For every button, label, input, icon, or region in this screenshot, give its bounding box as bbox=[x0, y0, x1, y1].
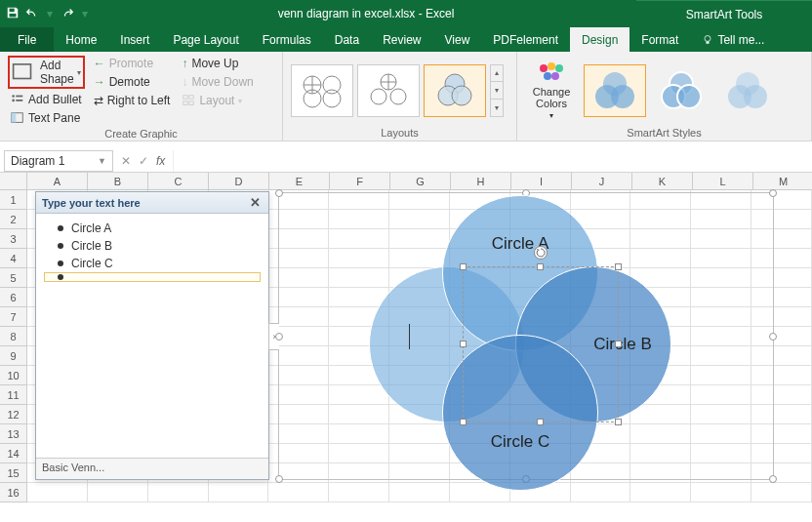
cancel-icon[interactable]: ✕ bbox=[121, 154, 131, 168]
col-header[interactable]: L bbox=[693, 173, 753, 190]
tab-pdfelement[interactable]: PDFelement bbox=[481, 27, 570, 52]
fx-icon[interactable]: fx bbox=[156, 154, 165, 168]
smartart-container[interactable]: › Circle A Circle B Circle C bbox=[278, 192, 774, 480]
tab-formulas[interactable]: Formulas bbox=[251, 27, 323, 52]
tab-tellme[interactable]: Tell me... bbox=[690, 27, 776, 52]
text-pane-item[interactable] bbox=[44, 272, 261, 282]
svg-point-30 bbox=[548, 62, 555, 70]
formula-input[interactable] bbox=[173, 150, 812, 172]
tab-file[interactable]: File bbox=[0, 27, 54, 52]
group-create-graphic: Add Shape ▾ Add Bullet Text Pane ←Promot… bbox=[0, 52, 283, 141]
tab-data[interactable]: Data bbox=[323, 27, 371, 52]
resize-handle[interactable] bbox=[615, 263, 622, 270]
select-all-corner[interactable] bbox=[0, 173, 27, 190]
rtl-icon: ⇄ bbox=[94, 94, 103, 107]
tab-page-layout[interactable]: Page Layout bbox=[161, 27, 250, 52]
row-header[interactable]: 4 bbox=[0, 249, 27, 268]
undo-icon[interactable] bbox=[25, 6, 39, 22]
text-pane-item[interactable]: Circle A bbox=[44, 220, 261, 237]
redo-icon[interactable] bbox=[61, 6, 74, 22]
tab-format[interactable]: Format bbox=[629, 27, 690, 52]
svg-point-23 bbox=[390, 89, 406, 104]
close-icon[interactable]: ✕ bbox=[247, 195, 263, 211]
col-header[interactable]: K bbox=[632, 173, 693, 190]
col-header[interactable]: I bbox=[511, 173, 572, 190]
resize-handle[interactable] bbox=[460, 419, 467, 425]
resize-handle[interactable] bbox=[460, 263, 467, 270]
text-pane-body[interactable]: Circle ACircle BCircle C bbox=[36, 214, 268, 458]
tab-review[interactable]: Review bbox=[371, 27, 432, 52]
style-thumb-3[interactable] bbox=[716, 64, 779, 117]
resize-handle[interactable] bbox=[769, 189, 777, 197]
move-up-button[interactable]: ↑Move Up bbox=[179, 56, 256, 71]
resize-handle[interactable] bbox=[769, 333, 777, 341]
text-pane-footer: Basic Venn... bbox=[36, 458, 268, 479]
resize-handle[interactable] bbox=[537, 419, 544, 425]
tab-home[interactable]: Home bbox=[54, 27, 108, 52]
resize-handle[interactable] bbox=[615, 341, 622, 347]
row-header[interactable]: 15 bbox=[0, 463, 27, 483]
text-pane-item-label: Circle C bbox=[71, 257, 113, 270]
save-icon[interactable] bbox=[6, 6, 20, 22]
row-header[interactable]: 16 bbox=[0, 483, 27, 502]
group-label-styles: SmartArt Styles bbox=[525, 125, 803, 139]
layout-thumb-3[interactable] bbox=[424, 64, 486, 117]
tab-design[interactable]: Design bbox=[570, 27, 629, 52]
name-box[interactable]: Diagram 1 ▼ bbox=[4, 150, 113, 172]
right-to-left-button[interactable]: ⇄Right to Left bbox=[91, 93, 174, 108]
demote-button[interactable]: →Demote bbox=[91, 74, 174, 90]
quick-access-toolbar: ▾ ▾ bbox=[0, 6, 96, 22]
layout-thumb-2[interactable] bbox=[357, 64, 420, 117]
layouts-gallery: ▴▾▾ bbox=[291, 64, 504, 117]
row-header[interactable]: 13 bbox=[0, 424, 27, 444]
resize-handle[interactable] bbox=[275, 333, 283, 341]
text-pane-item-label: Circle A bbox=[71, 221, 111, 235]
resize-handle[interactable] bbox=[460, 341, 467, 347]
tab-view[interactable]: View bbox=[433, 27, 482, 52]
row-header[interactable]: 14 bbox=[0, 444, 27, 463]
resize-handle[interactable] bbox=[537, 263, 544, 270]
style-thumb-1[interactable] bbox=[584, 64, 646, 117]
enter-icon[interactable]: ✓ bbox=[139, 154, 148, 168]
layout-thumb-1[interactable] bbox=[291, 64, 353, 117]
resize-handle[interactable] bbox=[275, 475, 283, 483]
resize-handle[interactable] bbox=[769, 475, 777, 483]
text-pane-item[interactable]: Circle B bbox=[44, 237, 261, 255]
row-header[interactable]: 10 bbox=[0, 366, 27, 385]
row-header[interactable]: 12 bbox=[0, 405, 27, 424]
col-header[interactable]: M bbox=[753, 173, 812, 190]
row-header[interactable]: 9 bbox=[0, 346, 27, 366]
row-header[interactable]: 7 bbox=[0, 307, 27, 327]
row-header[interactable]: 2 bbox=[0, 210, 27, 229]
row-header[interactable]: 5 bbox=[0, 268, 27, 288]
add-shape-button[interactable]: Add Shape ▾ bbox=[8, 56, 85, 89]
tab-insert[interactable]: Insert bbox=[108, 27, 161, 52]
row-header[interactable]: 3 bbox=[0, 229, 27, 249]
rotate-handle[interactable] bbox=[534, 246, 548, 260]
layouts-scroll[interactable]: ▴▾▾ bbox=[490, 64, 504, 117]
col-header[interactable]: C bbox=[148, 173, 209, 190]
text-pane-item[interactable]: Circle C bbox=[44, 255, 261, 272]
col-header[interactable]: J bbox=[572, 173, 632, 190]
text-pane-button[interactable]: Text Pane bbox=[8, 110, 85, 126]
col-header[interactable]: B bbox=[88, 173, 148, 190]
svg-point-16 bbox=[323, 76, 341, 94]
svg-point-2 bbox=[705, 35, 710, 41]
row-header[interactable]: 8 bbox=[0, 327, 27, 346]
col-header[interactable]: H bbox=[451, 173, 511, 190]
resize-handle[interactable] bbox=[615, 419, 622, 425]
col-header[interactable]: F bbox=[330, 173, 390, 190]
bullet-icon bbox=[58, 261, 63, 266]
col-header[interactable]: E bbox=[269, 173, 330, 190]
col-header[interactable]: A bbox=[27, 173, 88, 190]
add-bullet-button[interactable]: Add Bullet bbox=[8, 92, 85, 107]
resize-handle[interactable] bbox=[275, 189, 283, 197]
change-colors-button[interactable]: Change Colors▾ bbox=[525, 60, 578, 120]
style-thumb-2[interactable] bbox=[650, 64, 712, 117]
col-header[interactable]: G bbox=[390, 173, 451, 190]
col-header[interactable]: D bbox=[209, 173, 269, 190]
ribbon: Add Shape ▾ Add Bullet Text Pane ←Promot… bbox=[0, 52, 812, 141]
row-header[interactable]: 11 bbox=[0, 385, 27, 405]
row-header[interactable]: 1 bbox=[0, 190, 27, 210]
row-header[interactable]: 6 bbox=[0, 288, 27, 307]
